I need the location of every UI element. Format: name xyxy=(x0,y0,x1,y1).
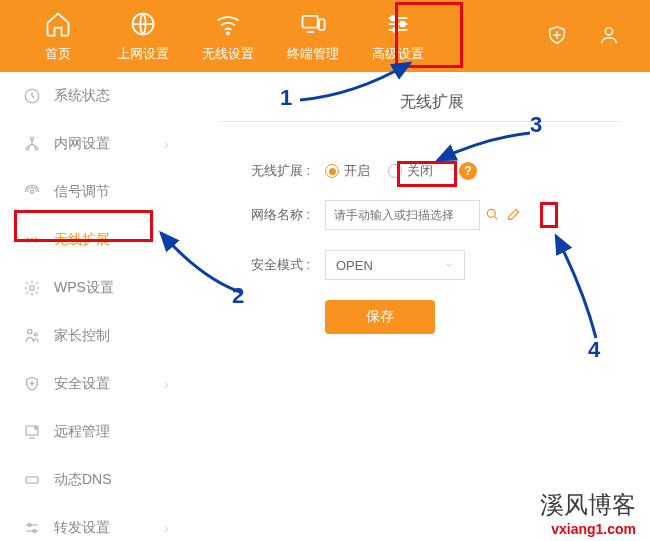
svg-point-9 xyxy=(31,137,34,140)
remote-icon xyxy=(22,422,42,442)
mode-select[interactable]: OPEN xyxy=(325,250,465,280)
devices-icon xyxy=(299,10,327,41)
watermark: 溪风博客 vxiang1.com xyxy=(540,489,636,537)
svg-rect-19 xyxy=(26,477,38,483)
svg-point-12 xyxy=(31,191,34,194)
chevron-right-icon xyxy=(160,522,172,534)
sidebar-item-signal[interactable]: 信号调节 xyxy=(0,168,190,216)
main-content: 无线扩展 无线扩展 : 开启 关闭 ? 网络名称 : 安全模式 : OPEN xyxy=(210,72,650,541)
signal-icon xyxy=(22,182,42,202)
radio-on[interactable]: 开启 xyxy=(325,162,370,180)
svg-rect-3 xyxy=(318,19,324,30)
sidebar-item-forwarding[interactable]: 转发设置 xyxy=(0,504,190,541)
nav-right xyxy=(546,0,650,72)
scan-icon[interactable] xyxy=(484,206,500,225)
nav-home[interactable]: 首页 xyxy=(15,0,100,72)
radio-circle-icon xyxy=(388,164,402,178)
nav-advanced[interactable]: 高级设置 xyxy=(355,0,440,72)
sidebar-item-label: 动态DNS xyxy=(54,471,112,489)
sidebar-item-parental[interactable]: 家长控制 xyxy=(0,312,190,360)
sidebar-item-lan[interactable]: 内网设置 xyxy=(0,120,190,168)
sidebar-item-label: 内网设置 xyxy=(54,135,110,153)
sidebar-item-label: 安全设置 xyxy=(54,375,110,393)
ssid-input[interactable] xyxy=(325,200,480,230)
svg-point-15 xyxy=(28,329,33,334)
svg-point-18 xyxy=(35,427,37,429)
svg-rect-2 xyxy=(302,15,317,27)
dns-icon xyxy=(22,470,42,490)
mode-value: OPEN xyxy=(336,258,373,273)
svg-point-13 xyxy=(31,239,34,242)
watermark-url: vxiang1.com xyxy=(540,521,636,537)
mode-label: 安全模式 : xyxy=(220,256,310,274)
sidebar-item-label: 家长控制 xyxy=(54,327,110,345)
sidebar-item-label: 无线扩展 xyxy=(54,231,110,249)
sidebar-item-label: 系统状态 xyxy=(54,87,110,105)
network-icon xyxy=(22,134,42,154)
save-button[interactable]: 保存 xyxy=(325,300,435,334)
watermark-title: 溪风博客 xyxy=(540,489,636,521)
sidebar-item-label: 信号调节 xyxy=(54,183,110,201)
sidebar-item-wps[interactable]: WPS设置 xyxy=(0,264,190,312)
chevron-down-icon xyxy=(444,260,454,270)
svg-point-14 xyxy=(30,286,35,291)
svg-point-5 xyxy=(400,21,405,26)
sidebar-item-ddns[interactable]: 动态DNS xyxy=(0,456,190,504)
wds-label: 无线扩展 : xyxy=(220,162,310,180)
page-title: 无线扩展 xyxy=(400,92,620,113)
home-icon xyxy=(44,10,72,41)
sidebar-item-label: 转发设置 xyxy=(54,519,110,537)
sidebar-item-remote[interactable]: 远程管理 xyxy=(0,408,190,456)
svg-point-16 xyxy=(34,333,37,336)
nav-devices[interactable]: 终端管理 xyxy=(270,0,355,72)
sidebar-item-label: 远程管理 xyxy=(54,423,110,441)
wifi-icon xyxy=(214,10,242,41)
svg-point-10 xyxy=(26,147,29,150)
svg-point-23 xyxy=(487,209,495,217)
nav-label: 首页 xyxy=(45,45,71,63)
svg-point-7 xyxy=(605,27,612,34)
nav-label: 上网设置 xyxy=(117,45,169,63)
sidebar-item-security[interactable]: 安全设置 xyxy=(0,360,190,408)
nav-internet[interactable]: 上网设置 xyxy=(100,0,185,72)
chevron-right-icon xyxy=(160,378,172,390)
ssid-label: 网络名称 : xyxy=(220,206,310,224)
divider xyxy=(220,121,620,122)
sidebar-item-label: WPS设置 xyxy=(54,279,114,297)
gear-icon xyxy=(22,278,42,298)
svg-point-11 xyxy=(35,147,38,150)
globe-icon xyxy=(129,10,157,41)
help-icon[interactable]: ? xyxy=(459,162,477,180)
clock-icon xyxy=(22,86,42,106)
sidebar-item-status[interactable]: 系统状态 xyxy=(0,72,190,120)
parent-icon xyxy=(22,326,42,346)
shield-icon[interactable] xyxy=(546,24,568,49)
nav-wireless[interactable]: 无线设置 xyxy=(185,0,270,72)
user-icon[interactable] xyxy=(598,24,620,49)
edit-icon[interactable] xyxy=(506,206,522,225)
sidebar-item-wds[interactable]: 无线扩展 xyxy=(0,216,190,264)
sliders-icon xyxy=(384,10,412,41)
chevron-right-icon xyxy=(160,138,172,150)
radio-circle-icon xyxy=(325,164,339,178)
radio-off-label: 关闭 xyxy=(407,162,433,180)
svg-point-6 xyxy=(393,27,398,32)
top-nav: 首页 上网设置 无线设置 终端管理 高级设置 xyxy=(0,0,650,72)
radio-off[interactable]: 关闭 xyxy=(388,162,433,180)
nav-label: 无线设置 xyxy=(202,45,254,63)
nav-label: 终端管理 xyxy=(287,45,339,63)
sidebar: 系统状态 内网设置 信号调节 无线扩展 WPS设置 家长控制 安全设置 远程管理 xyxy=(0,72,190,541)
nav-label: 高级设置 xyxy=(372,45,424,63)
shield-icon xyxy=(22,374,42,394)
sliders-icon xyxy=(22,518,42,538)
svg-point-4 xyxy=(391,15,396,20)
broadcast-icon xyxy=(22,230,42,250)
svg-point-1 xyxy=(226,32,228,34)
radio-on-label: 开启 xyxy=(344,162,370,180)
